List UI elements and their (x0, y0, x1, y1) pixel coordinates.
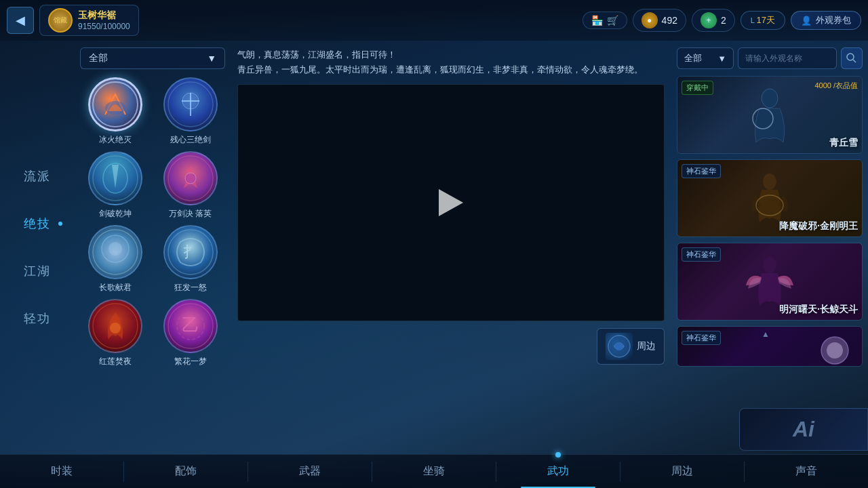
outfit-name-minghetian: 明河曙天·长鲸天斗 (779, 304, 858, 316)
skills-grid: 冰火绝灭 残心三绝剑 (80, 77, 225, 367)
gem2-amount: 2 (721, 15, 726, 26)
nav-item-sound[interactable]: 声音 (745, 455, 868, 488)
back-button[interactable]: ◀ (7, 7, 34, 34)
nav-item-fashion[interactable]: 时装 (0, 455, 123, 488)
sidebar-item-jianghu[interactable]: 江湖 (7, 247, 68, 295)
outfit-card-minghetian[interactable]: 神石鉴华 明河曙天·长鲸天斗 (677, 243, 863, 321)
gem1-icon: ● (642, 12, 658, 28)
profile-name: 玉树华裾 (78, 9, 130, 22)
play-button[interactable] (439, 189, 463, 216)
gem2-currency[interactable]: + 2 (692, 9, 735, 32)
skill-item-canxinsanjian[interactable]: 残心三绝剑 (155, 77, 225, 146)
outfit-figure-minghe (743, 251, 797, 312)
profile-info: 玉树华裾 91550/100000 (78, 9, 130, 31)
days-label: 17天 (757, 15, 775, 25)
svg-point-12 (108, 242, 122, 256)
nav-active-dot (555, 452, 561, 458)
skill-name-binghuojuemie: 冰火绝灭 (99, 134, 132, 146)
nav-label-martial: 武功 (547, 464, 569, 479)
skill-icon-canxinsanjian (163, 77, 218, 131)
nav-item-accessory[interactable]: 配饰 (124, 455, 248, 488)
skill-icon-wanjianluoying (163, 151, 218, 205)
search-input-field[interactable]: 请输入外观名称 (738, 47, 837, 69)
left-sidebar: 流派 绝技 江湖 轻功 (0, 41, 75, 454)
gem2-icon: + (701, 12, 717, 28)
nav-label-fashion: 时装 (51, 464, 73, 479)
nav-item-mount[interactable]: 坐骑 (372, 455, 496, 488)
profile-section: 馆藏 玉树华裾 91550/100000 (39, 5, 139, 36)
svg-point-30 (827, 342, 843, 359)
skill-name-fayiyinu: 狂发一怒 (174, 282, 207, 293)
skill-item-zonghuayimeng[interactable]: 乙 繁花一梦 (155, 299, 225, 367)
search-button[interactable] (841, 47, 863, 69)
skill-icon-zonghuayimeng: 乙 (163, 299, 218, 353)
outfit-name-jingangwang: 降魔破邪·金刚明王 (779, 220, 858, 232)
shop-icons[interactable]: 🏪 🛒 (583, 12, 627, 29)
svg-text:乙: 乙 (182, 315, 199, 335)
dropdown-arrow-icon: ▼ (207, 53, 216, 64)
peripheral-button[interactable]: 周边 (597, 328, 665, 365)
outfit-tag-yueying: 神石鉴华 (682, 331, 721, 345)
skills-filter-dropdown[interactable]: 全部 ▼ (80, 47, 225, 69)
description-line1: 气朗，真息荡荡，江湖盛名，指日可待！ 青丘异兽，一狐九尾。太平时出而为瑞，遭逢乱… (237, 49, 643, 75)
description-text: 气朗，真息荡荡，江湖盛名，指日可待！ 青丘异兽，一狐九尾。太平时出而为瑞，遭逢乱… (237, 47, 665, 77)
peripheral-label: 周边 (637, 340, 656, 352)
days-badge: L 17天 (741, 11, 785, 30)
bottom-nav: 时装 配饰 武器 坐骑 武功 周边 声音 (0, 454, 868, 488)
outfit-figure-jingangwang (743, 168, 797, 229)
skill-item-jianpoqiankun[interactable]: 剑破乾坤 (80, 151, 150, 220)
svg-text:扌: 扌 (183, 243, 198, 260)
outfit-bg-yueying: 神石鉴华 ▲ (677, 327, 862, 367)
outfit-card-jingangwang[interactable]: 神石鉴华 降魔破邪·金刚明王 (677, 159, 863, 237)
voucher-button[interactable]: 👤 外观券包 (791, 11, 861, 30)
sidebar-label-jianghu: 江湖 (24, 263, 51, 279)
skill-item-changgehejun[interactable]: 长歌献君 (80, 225, 150, 293)
preview-video (237, 84, 665, 321)
nav-item-martial[interactable]: 武功 (496, 455, 620, 488)
svg-point-21 (615, 342, 623, 350)
skill-icon-binghuojuemie (88, 77, 142, 131)
gem1-currency[interactable]: ● 492 (633, 9, 686, 32)
skill-name-honglianfenye: 红莲焚夜 (99, 356, 132, 367)
nav-label-sound: 声音 (795, 464, 817, 479)
peripheral-icon (606, 333, 633, 360)
sidebar-item-liupai[interactable]: 流派 (7, 152, 68, 200)
skill-icon-fayiyinu: 扌 (163, 225, 218, 279)
nav-item-weapon[interactable]: 武器 (248, 455, 372, 488)
nav-item-peripheral[interactable]: 周边 (620, 455, 744, 488)
sidebar-label-juejue: 绝技 (24, 216, 51, 232)
voucher-label: 外观券包 (816, 14, 851, 26)
right-filter-label: 全部 (684, 52, 702, 64)
svg-point-26 (763, 174, 776, 190)
svg-point-28 (763, 257, 776, 273)
sidebar-item-qinggong[interactable]: 轻功 (7, 295, 68, 342)
outfit-tag-jingangwang: 神石鉴华 (682, 164, 721, 178)
active-indicator (58, 222, 62, 226)
skill-icon-honglianfenye (88, 299, 142, 353)
days-label-prefix: L (751, 16, 757, 24)
outfit-bg-jingangwang: 神石鉴华 降魔破邪·金刚明王 (677, 160, 862, 237)
nav-label-peripheral: 周边 (671, 464, 693, 479)
sidebar-label-liupai: 流派 (24, 168, 51, 184)
right-filter-dropdown[interactable]: 全部 ▼ (677, 47, 734, 69)
top-right-area: 🏪 🛒 ● 492 + 2 L 17天 👤 外观券包 (583, 9, 861, 32)
shop-icon: 🏪 (591, 15, 603, 26)
ai-badge: Ai (739, 408, 868, 451)
outfit-card-qingqiuxue[interactable]: 穿戴中 4000 /衣品值 青丘雪 (677, 76, 863, 154)
outfit-card-yueying[interactable]: 神石鉴华 ▲ (677, 326, 863, 367)
profile-avatar: 馆藏 (48, 8, 73, 33)
svg-point-22 (847, 54, 854, 60)
skill-name-wanjianluoying: 万剑决 落英 (169, 208, 212, 220)
skill-name-canxinsanjian: 残心三绝剑 (170, 134, 211, 146)
preview-bottom: 周边 (237, 328, 665, 365)
cart-icon: 🛒 (607, 15, 618, 26)
sidebar-item-juejue[interactable]: 绝技 (7, 200, 68, 247)
profile-score: 91550/100000 (78, 22, 130, 31)
skill-item-honglianfenye[interactable]: 红莲焚夜 (80, 299, 150, 367)
skill-item-binghuojuemie[interactable]: 冰火绝灭 (80, 77, 150, 146)
nav-label-accessory: 配饰 (175, 464, 197, 479)
outfit-figure-qingqiu (743, 85, 797, 146)
skill-item-wanjianluoying[interactable]: 万剑决 落英 (155, 151, 225, 220)
skill-item-fayiyinu[interactable]: 扌 狂发一怒 (155, 225, 225, 293)
svg-line-23 (853, 60, 856, 62)
